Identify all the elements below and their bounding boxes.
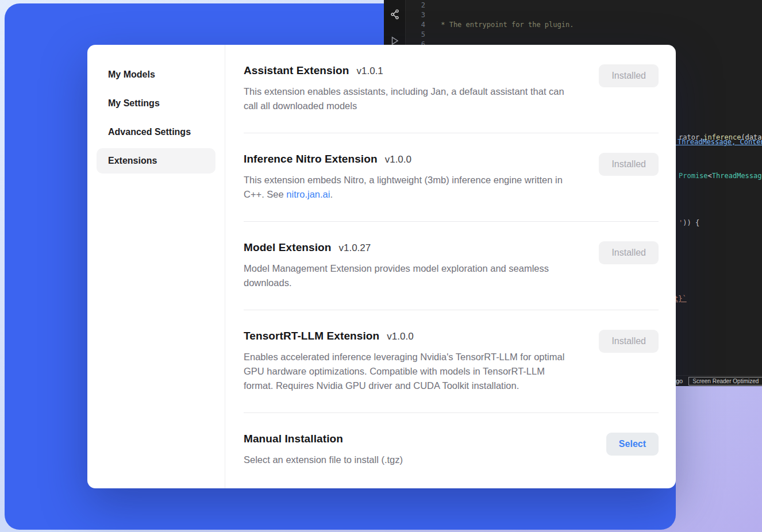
settings-sidebar: My Models My Settings Advanced Settings … <box>87 45 225 488</box>
line-number: 3 <box>407 10 425 20</box>
code-token: (data)); <box>741 133 762 141</box>
sidebar-item-label: My Settings <box>108 98 160 109</box>
extension-name: Inference Nitro Extension <box>244 153 378 165</box>
code-token: inference <box>703 133 741 141</box>
manual-installation-title-line: Manual Installation <box>244 433 403 445</box>
extension-description: Enables accelerated inference leveraging… <box>244 350 576 393</box>
extension-info: Assistant Extension v1.0.1 This extensio… <box>244 64 576 113</box>
line-number: 4 <box>407 20 425 30</box>
extension-name: Model Extension <box>244 241 331 254</box>
extension-description: Model Management Extension provides mode… <box>244 261 576 290</box>
nitro-jan-ai-link[interactable]: nitro.jan.ai <box>286 189 330 199</box>
code-token: < <box>708 172 712 180</box>
sidebar-item-label: Advanced Settings <box>108 127 191 137</box>
select-file-button[interactable]: Select <box>606 433 659 456</box>
extension-info: TensortRT-LLM Extension v1.0.0 Enables a… <box>244 330 576 393</box>
code-token: rator. <box>679 133 703 141</box>
code-token: ThreadMessage <box>712 172 762 180</box>
code-fragment: ')) { <box>679 218 699 228</box>
code-fragment: t}` <box>674 294 687 304</box>
screen-reader-optimized-badge[interactable]: Screen Reader Optimized <box>688 377 762 385</box>
extension-description: This extension embeds Nitro, a lightweig… <box>244 173 576 202</box>
manual-installation-title: Manual Installation <box>244 433 343 445</box>
installed-button[interactable]: Installed <box>599 64 659 87</box>
settings-modal: My Models My Settings Advanced Settings … <box>87 45 676 488</box>
extension-title-line: Inference Nitro Extension v1.0.0 <box>244 153 576 165</box>
extension-name: TensortRT-LLM Extension <box>244 330 379 342</box>
extension-version: v1.0.0 <box>385 154 411 165</box>
code-fragment: Promise<ThreadMessage> <box>679 171 762 181</box>
sidebar-item-label: Extensions <box>108 156 157 166</box>
extension-row-model: Model Extension v1.0.27 Model Management… <box>244 222 659 310</box>
installed-button[interactable]: Installed <box>599 330 659 353</box>
manual-installation-description: Select an extension file to install (.tg… <box>244 453 403 467</box>
sidebar-item-advanced-settings[interactable]: Advanced Settings <box>97 119 215 145</box>
line-number: 5 <box>407 30 425 40</box>
code-token: Promise <box>679 172 708 180</box>
line-number: 2 <box>407 1 425 10</box>
code-fragment: rator.inference(data)); <box>679 133 762 142</box>
extensions-list: Assistant Extension v1.0.1 This extensio… <box>225 45 676 488</box>
installed-button[interactable]: Installed <box>599 153 659 176</box>
extension-row-tensorrt-llm: TensortRT-LLM Extension v1.0.0 Enables a… <box>244 310 659 413</box>
description-text: . <box>330 189 333 199</box>
extension-title-line: Model Extension v1.0.27 <box>244 241 576 254</box>
extension-version: v1.0.1 <box>357 65 383 77</box>
code-line-comment: * The entrypoint for the plugin. <box>437 20 762 30</box>
sidebar-item-extensions[interactable]: Extensions <box>97 148 215 174</box>
sidebar-item-my-models[interactable]: My Models <box>97 62 215 87</box>
manual-installation-info: Manual Installation Select an extension … <box>244 433 403 467</box>
code-token: )) { <box>683 219 699 227</box>
extension-info: Model Extension v1.0.27 Model Management… <box>244 241 576 290</box>
extension-description: This extension enables assistants, inclu… <box>244 84 576 113</box>
extension-title-line: Assistant Extension v1.0.1 <box>244 64 576 77</box>
share-graph-icon[interactable] <box>388 8 401 21</box>
extension-row-inference-nitro: Inference Nitro Extension v1.0.0 This ex… <box>244 133 659 222</box>
extension-row-assistant: Assistant Extension v1.0.1 This extensio… <box>244 45 659 133</box>
editor-line-numbers: 2 3 4 5 6 <box>407 1 425 49</box>
extension-name: Assistant Extension <box>244 64 349 77</box>
extension-version: v1.0.0 <box>387 331 413 342</box>
installed-button[interactable]: Installed <box>599 241 659 264</box>
extension-version: v1.0.27 <box>338 242 371 254</box>
sidebar-item-label: My Models <box>108 70 155 80</box>
extension-title-line: TensortRT-LLM Extension v1.0.0 <box>244 330 576 342</box>
manual-installation-row: Manual Installation Select an extension … <box>244 413 659 487</box>
sidebar-item-my-settings[interactable]: My Settings <box>97 91 215 116</box>
status-bar-text: go <box>676 377 683 384</box>
extension-info: Inference Nitro Extension v1.0.0 This ex… <box>244 153 576 202</box>
